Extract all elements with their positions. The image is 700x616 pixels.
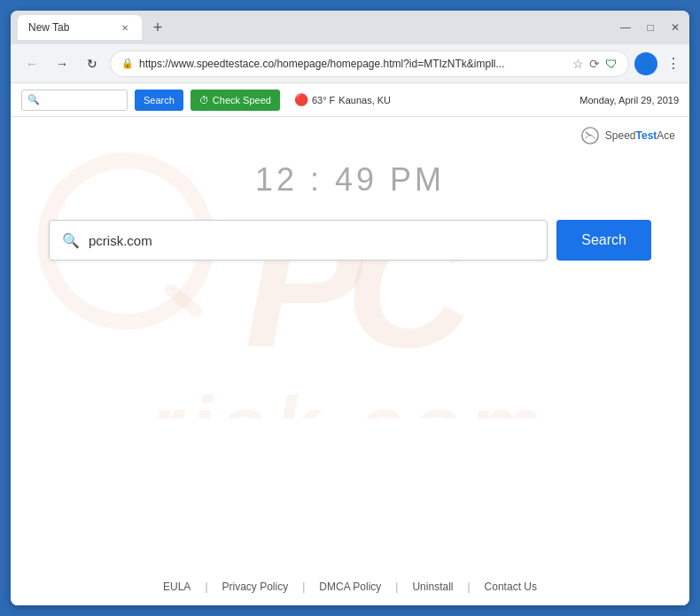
- footer-sep-1: |: [205, 581, 207, 593]
- toolbar-search-input[interactable]: [43, 95, 114, 105]
- page-content: SpeedTestAce PC risk.com 12 : 49 PM 🔍: [11, 117, 689, 605]
- uninstall-link[interactable]: Uninstall: [412, 581, 453, 593]
- maximize-button[interactable]: □: [643, 20, 657, 35]
- clock-display: 12 : 49 PM: [255, 161, 445, 199]
- forward-button[interactable]: →: [50, 51, 74, 76]
- bookmark-icon[interactable]: ☆: [572, 57, 584, 71]
- check-speed-button[interactable]: ⏱ Check Speed: [191, 90, 280, 111]
- speedometer-icon: ⏱: [199, 95, 209, 105]
- logo-speed: SpeedTestAce: [605, 129, 675, 142]
- date-display: Monday, April 29, 2019: [579, 95, 679, 105]
- refresh-button[interactable]: ↻: [80, 51, 105, 76]
- main-search-input[interactable]: [89, 233, 534, 248]
- main-search-box[interactable]: 🔍: [49, 220, 548, 261]
- toolbar-search-button[interactable]: Search: [135, 90, 183, 111]
- address-bar[interactable]: 🔒 https://www.speedtestace.co/homepage/h…: [110, 51, 629, 77]
- window-controls: — □ ✕: [618, 20, 682, 35]
- extension-toolbar: 🔍 Search ⏱ Check Speed 🔴 63° F Kaunas, K…: [11, 83, 689, 117]
- weather-icon: 🔴: [294, 93, 308, 106]
- shield-icon: 🛡: [605, 57, 618, 71]
- dmca-policy-link[interactable]: DMCA Policy: [319, 581, 381, 593]
- main-search-button[interactable]: Search: [556, 220, 651, 261]
- browser-window: New Tab ✕ + — □ ✕ ← → ↻ 🔒 https://www.sp…: [11, 11, 689, 605]
- main-search-container: 🔍 Search: [49, 220, 651, 261]
- title-bar: New Tab ✕ + — □ ✕: [11, 11, 689, 44]
- account-letter: 👤: [639, 57, 653, 70]
- privacy-policy-link[interactable]: Privacy Policy: [222, 581, 289, 593]
- contact-us-link[interactable]: Contact Us: [485, 581, 537, 593]
- weather-widget: 🔴 63° F Kaunas, KU: [294, 93, 391, 106]
- tab-close-button[interactable]: ✕: [119, 21, 131, 34]
- footer-sep-3: |: [395, 581, 398, 593]
- temperature-text: 63° F: [312, 95, 335, 105]
- toolbar-search-icon: 🔍: [27, 94, 40, 105]
- page-footer: EULA | Privacy Policy | DMCA Policy | Un…: [163, 568, 537, 605]
- location-text: Kaunas, KU: [338, 95, 391, 105]
- speedtestace-logo: SpeedTestAce: [580, 126, 675, 145]
- account-icon[interactable]: 👤: [634, 52, 657, 75]
- lock-icon: 🔒: [121, 58, 134, 69]
- navigation-bar: ← → ↻ 🔒 https://www.speedtestace.co/home…: [11, 44, 689, 83]
- speedtest-logo-icon: [580, 126, 600, 145]
- close-button[interactable]: ✕: [668, 20, 682, 35]
- eula-link[interactable]: EULA: [163, 581, 191, 593]
- toolbar-search-box[interactable]: 🔍: [21, 90, 128, 111]
- browser-tab[interactable]: New Tab ✕: [18, 15, 142, 40]
- back-button[interactable]: ←: [19, 51, 44, 76]
- address-text: https://www.speedtestace.co/homepage/hom…: [139, 58, 567, 70]
- new-tab-button[interactable]: +: [145, 15, 170, 40]
- watermark-risk: risk.com: [11, 380, 689, 418]
- main-search-icon: 🔍: [62, 232, 80, 249]
- tab-title: New Tab: [28, 21, 69, 34]
- speed-icon[interactable]: ⟳: [589, 57, 600, 71]
- footer-sep-2: |: [302, 581, 305, 593]
- minimize-button[interactable]: —: [618, 20, 633, 35]
- more-options-icon[interactable]: ⋮: [666, 55, 681, 72]
- footer-sep-4: |: [467, 581, 470, 593]
